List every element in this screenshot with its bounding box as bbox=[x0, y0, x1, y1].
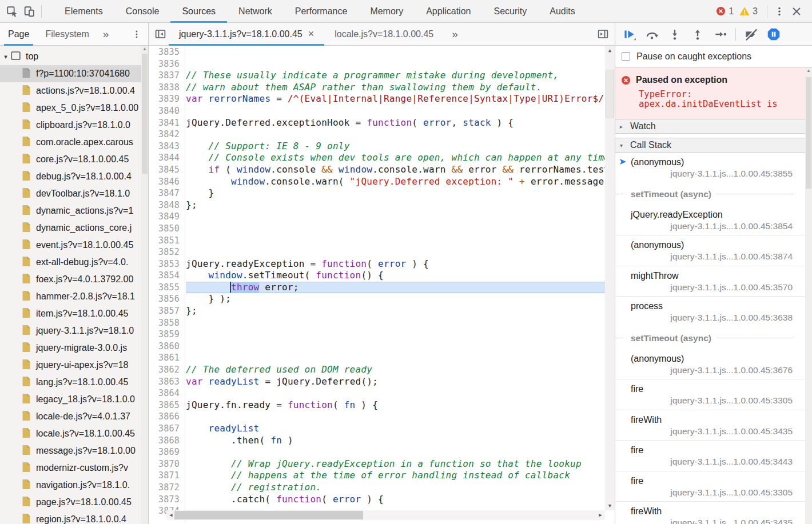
line-number[interactable]: 3856 bbox=[149, 293, 185, 305]
main-tab-elements[interactable]: Elements bbox=[53, 0, 114, 22]
call-stack-frame[interactable]: (anonymous)jquery-3.1.1.js...1.0.00.45:3… bbox=[615, 349, 812, 380]
file-tree-item[interactable]: jquery-migrate-3.0.0.js bbox=[0, 339, 148, 357]
file-tree-item[interactable]: page.js?v=18.1.0.00.45 bbox=[0, 494, 148, 511]
call-stack-frame[interactable]: jQuery.readyExceptionjquery-3.1.1.js...1… bbox=[615, 205, 812, 236]
line-number[interactable]: 3872 bbox=[149, 482, 185, 494]
line-number[interactable]: 3862 bbox=[149, 364, 185, 376]
file-tree-item[interactable]: foex.js?v=4.0.1.3792.00 bbox=[0, 271, 148, 288]
navigator-more-tabs-icon[interactable]: » bbox=[97, 28, 115, 41]
device-toolbar-button[interactable] bbox=[21, 3, 38, 19]
line-number[interactable]: 3861 bbox=[149, 352, 185, 364]
expand-arrow-icon[interactable]: ▾ bbox=[1, 53, 10, 61]
file-tree-item[interactable]: com.oracle.apex.carous bbox=[0, 134, 148, 151]
file-tree-item[interactable]: dynamic_actions_core.j bbox=[0, 219, 148, 237]
scroll-up-arrow[interactable]: ▲ bbox=[805, 67, 812, 74]
file-tree-item[interactable]: ext-all-debug.js?v=4.0. bbox=[0, 254, 148, 271]
line-number[interactable]: 3871 bbox=[149, 470, 185, 482]
line-number[interactable]: 3868 bbox=[149, 435, 185, 447]
call-stack-frame[interactable]: firejquery-3.1.1.js...1.0.00.45:3305 bbox=[615, 379, 812, 410]
navigator-scrollbar[interactable]: ▲ bbox=[141, 46, 148, 524]
line-number[interactable]: 3835 bbox=[149, 46, 185, 58]
line-number[interactable]: 3839 bbox=[149, 93, 185, 105]
scroll-down-arrow[interactable]: ▼ bbox=[605, 501, 615, 510]
file-tree-item[interactable]: core.js?v=18.1.0.00.45 bbox=[0, 151, 148, 168]
file-tree-item[interactable]: hammer-2.0.8.js?v=18.1 bbox=[0, 288, 148, 305]
main-tab-sources[interactable]: Sources bbox=[170, 0, 227, 22]
file-tree-item[interactable]: locale.js?v=18.1.0.00.45 bbox=[0, 425, 148, 442]
line-number[interactable]: 3850 bbox=[149, 223, 185, 235]
pause-on-caught-exceptions-row[interactable]: Pause on caught exceptions bbox=[615, 46, 812, 67]
editor-tab-jquery[interactable]: jquery-3.1.1.js?v=18.1.0.00.45 × bbox=[169, 23, 324, 45]
file-tree-item[interactable]: apex_5_0.js?v=18.1.0.00 bbox=[0, 99, 148, 117]
main-tab-console[interactable]: Console bbox=[114, 0, 171, 22]
line-number[interactable]: 3855 bbox=[149, 282, 185, 294]
line-number[interactable]: 3870 bbox=[149, 458, 185, 470]
line-number[interactable]: 3837 bbox=[149, 70, 185, 82]
file-tree-item[interactable]: lang.js?v=18.1.0.00.45 bbox=[0, 374, 148, 391]
main-tab-performance[interactable]: Performance bbox=[284, 0, 359, 22]
step-button[interactable] bbox=[709, 26, 732, 42]
resume-button[interactable] bbox=[618, 26, 640, 42]
navigator-tab-page[interactable]: Page bbox=[0, 23, 37, 45]
tree-root-top[interactable]: ▾ top bbox=[0, 48, 148, 65]
scroll-right-arrow[interactable]: ▶ bbox=[596, 510, 605, 520]
editor-vertical-scrollbar[interactable]: ▲ ▼ bbox=[605, 46, 615, 510]
deactivate-breakpoints-button[interactable] bbox=[739, 26, 762, 42]
call-stack-frame[interactable]: (anonymous)jquery-3.1.1.js...1.0.00.45:3… bbox=[615, 153, 812, 183]
line-number[interactable]: 3848 bbox=[149, 199, 185, 211]
line-number[interactable]: 3847 bbox=[149, 187, 185, 199]
editor-more-tabs-icon[interactable]: » bbox=[444, 28, 466, 41]
line-number[interactable]: 3864 bbox=[149, 387, 185, 399]
step-over-button[interactable] bbox=[640, 26, 663, 42]
file-tree-item[interactable]: f?p=1100:10:37041680 bbox=[0, 65, 148, 82]
call-stack-frame[interactable]: (anonymous)jquery-3.1.1.js...1.0.00.45:3… bbox=[615, 235, 812, 266]
file-tree-item[interactable]: item.js?v=18.1.0.00.45 bbox=[0, 305, 148, 322]
line-number[interactable]: 3844 bbox=[149, 152, 185, 164]
line-number[interactable]: 3852 bbox=[149, 246, 185, 258]
line-number[interactable]: 3858 bbox=[149, 317, 185, 329]
line-number[interactable]: 3845 bbox=[149, 164, 185, 176]
line-number[interactable]: 3843 bbox=[149, 141, 185, 153]
line-number[interactable]: 3854 bbox=[149, 270, 185, 282]
editor-horizontal-scrollbar[interactable]: ◀ ▶ bbox=[166, 510, 605, 520]
line-number[interactable]: 3857 bbox=[149, 305, 185, 317]
file-tree-item[interactable]: jquery-ui-apex.js?v=18 bbox=[0, 357, 148, 374]
line-number[interactable]: 3849 bbox=[149, 211, 185, 223]
line-number[interactable]: 3846 bbox=[149, 176, 185, 188]
editor-tab-locale[interactable]: locale.js?v=18.1.0.00.45 bbox=[324, 23, 444, 45]
navigator-tab-filesystem[interactable]: Filesystem bbox=[37, 23, 97, 45]
scroll-up-arrow[interactable]: ▲ bbox=[605, 46, 615, 55]
hide-navigator-button[interactable] bbox=[152, 26, 169, 42]
call-stack-frame[interactable]: processjquery-3.1.1.js...1.0.00.45:3638 bbox=[615, 297, 812, 327]
main-tab-security[interactable]: Security bbox=[482, 0, 538, 22]
line-number[interactable]: 3859 bbox=[149, 329, 185, 341]
line-number[interactable]: 3851 bbox=[149, 235, 185, 247]
file-tree-item[interactable]: clipboard.js?v=18.1.0.0 bbox=[0, 117, 148, 134]
error-badge[interactable]: 1 bbox=[716, 6, 734, 17]
file-tree-item[interactable]: actions.js?v=18.1.0.00.4 bbox=[0, 82, 148, 99]
line-number[interactable]: 3869 bbox=[149, 446, 185, 458]
call-stack-section-header[interactable]: ▾ Call Stack bbox=[615, 138, 812, 153]
line-number[interactable]: 3860 bbox=[149, 341, 185, 353]
navigator-menu-icon[interactable] bbox=[131, 26, 148, 42]
file-tree-item[interactable]: legacy_18.js?v=18.1.0.0 bbox=[0, 391, 148, 408]
call-stack-frame[interactable]: firejquery-3.1.1.js...1.0.00.45:3305 bbox=[615, 471, 812, 502]
code-content[interactable]: // These usually indicate a programmer m… bbox=[186, 46, 605, 524]
line-number[interactable]: 3867 bbox=[149, 423, 185, 435]
file-tree-item[interactable]: jquery-3.1.1.js?v=18.1.0 bbox=[0, 322, 148, 339]
pause-on-exceptions-button[interactable] bbox=[762, 26, 785, 42]
file-tree-item[interactable]: region.js?v=18.1.0.0.4 bbox=[0, 511, 148, 524]
line-number[interactable]: 3841 bbox=[149, 117, 185, 129]
main-tab-network[interactable]: Network bbox=[227, 0, 284, 22]
line-number[interactable]: 3866 bbox=[149, 411, 185, 423]
warning-badge[interactable]: 3 bbox=[739, 6, 758, 17]
file-tree-item[interactable]: event.js?v=18.1.0.00.45 bbox=[0, 237, 148, 254]
main-tab-application[interactable]: Application bbox=[415, 0, 482, 22]
call-stack-frame[interactable]: firejquery-3.1.1.js...1.0.00.45:3443 bbox=[615, 441, 812, 471]
main-tab-audits[interactable]: Audits bbox=[538, 0, 586, 22]
call-stack-frame[interactable]: fireWithjquery-3.1.1.js...1.0.00.45:3435 bbox=[615, 410, 812, 441]
file-tree-item[interactable]: dynamic_actions.js?v=1 bbox=[0, 202, 148, 219]
close-devtools-button[interactable] bbox=[788, 3, 805, 19]
line-number[interactable]: 3836 bbox=[149, 58, 185, 70]
call-stack-frame[interactable]: mightThrowjquery-3.1.1.js...1.0.00.45:35… bbox=[615, 266, 812, 297]
